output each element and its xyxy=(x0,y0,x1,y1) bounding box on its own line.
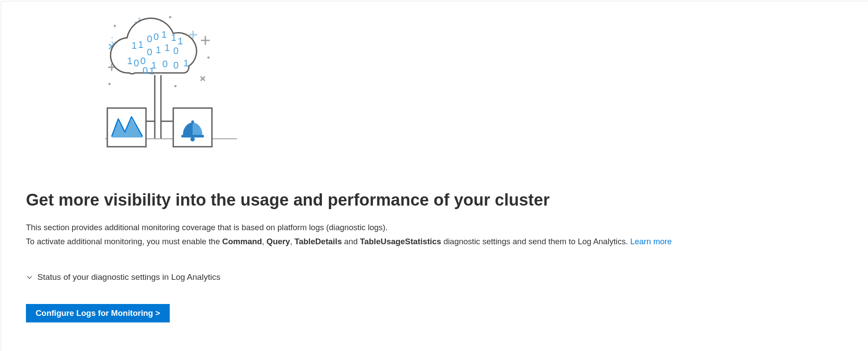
svg-text:0: 0 xyxy=(162,58,168,69)
svg-text:1: 1 xyxy=(183,58,189,69)
svg-point-1 xyxy=(169,16,171,18)
svg-text:1: 1 xyxy=(138,39,143,50)
svg-point-4 xyxy=(208,57,210,59)
svg-text:1: 1 xyxy=(131,40,137,51)
description-line-2: To activate additional monitoring, you m… xyxy=(26,235,844,248)
svg-text:1: 1 xyxy=(164,42,170,53)
desc-sep: , xyxy=(262,237,266,246)
svg-point-32 xyxy=(190,137,195,141)
desc-sep: , xyxy=(290,237,295,246)
desc-sep: and xyxy=(342,237,360,246)
expander-label: Status of your diagnostic settings in Lo… xyxy=(37,272,220,282)
configure-logs-button[interactable]: Configure Logs for Monitoring > xyxy=(26,304,170,322)
desc-bold-tableusagestats: TableUsageStatistics xyxy=(360,237,441,246)
svg-point-3 xyxy=(175,85,177,87)
svg-text:0: 0 xyxy=(173,45,179,56)
insights-card: 1 1 0 0 1 1 1 0 1 1 0 1 0 0 1 0 0 1 0 1 xyxy=(1,1,868,351)
desc-bold-command: Command xyxy=(222,237,262,246)
svg-text:0: 0 xyxy=(147,47,152,58)
svg-text:0: 0 xyxy=(147,33,152,44)
svg-text:1: 1 xyxy=(171,32,176,43)
svg-rect-33 xyxy=(191,120,194,124)
svg-point-2 xyxy=(109,83,111,85)
chevron-down-icon xyxy=(26,274,33,281)
desc-bold-query: Query xyxy=(266,237,290,246)
description-line-1: This section provides additional monitor… xyxy=(26,221,844,234)
svg-text:1: 1 xyxy=(149,65,154,76)
svg-text:0: 0 xyxy=(153,31,159,42)
svg-text:1: 1 xyxy=(161,29,167,40)
page-title: Get more visibility into the usage and p… xyxy=(26,189,844,211)
desc-text: diagnostic settings and send them to Log… xyxy=(441,237,630,246)
svg-point-0 xyxy=(114,25,116,27)
svg-text:0: 0 xyxy=(173,60,179,71)
diagnostic-status-expander[interactable]: Status of your diagnostic settings in Lo… xyxy=(26,272,844,282)
desc-bold-tabledetails: TableDetails xyxy=(295,237,342,246)
svg-text:0: 0 xyxy=(142,65,148,76)
svg-text:0: 0 xyxy=(134,58,139,69)
cloud-insights-illustration: 1 1 0 0 1 1 1 0 1 1 0 1 0 0 1 0 0 1 0 1 xyxy=(105,14,281,172)
desc-text: To activate additional monitoring, you m… xyxy=(26,237,222,246)
svg-text:1: 1 xyxy=(127,55,132,66)
svg-text:1: 1 xyxy=(156,44,161,55)
learn-more-link[interactable]: Learn more xyxy=(630,237,672,246)
